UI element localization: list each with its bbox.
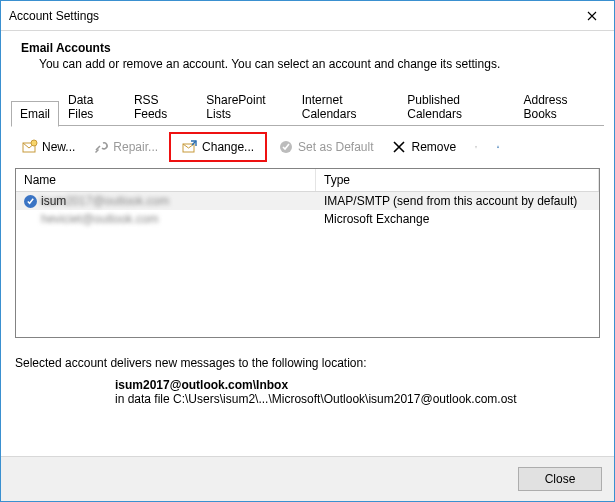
tab-rss-feeds[interactable]: RSS Feeds	[125, 87, 197, 126]
column-name[interactable]: Name	[16, 169, 316, 191]
account-name: heviciet@outlook.com	[41, 212, 159, 226]
account-row[interactable]: isumisum2017@outlook.com IMAP/SMTP (send…	[16, 192, 599, 210]
accounts-list: Name Type isumisum2017@outlook.com IMAP/…	[15, 168, 600, 338]
delivery-intro: Selected account delivers new messages t…	[15, 356, 600, 370]
tab-sharepoint-lists[interactable]: SharePoint Lists	[197, 87, 292, 126]
check-circle-icon	[278, 139, 294, 155]
repair-button: Repair...	[86, 135, 165, 159]
toolbar: New... Repair... Change... Set as Defaul…	[1, 126, 614, 168]
new-mail-icon	[22, 139, 38, 155]
change-button-highlight: Change...	[169, 132, 267, 162]
titlebar: Account Settings	[1, 1, 614, 31]
delivery-datafile: in data file C:\Users\isum2\...\Microsof…	[115, 392, 600, 406]
set-default-button: Set as Default	[271, 135, 380, 159]
delivery-mailbox: isum2017@outlook.com\Inbox	[115, 378, 600, 392]
remove-icon	[391, 139, 407, 155]
account-type: Microsoft Exchange	[316, 212, 599, 226]
close-button[interactable]: Close	[518, 467, 602, 491]
arrow-down-icon	[496, 139, 500, 155]
remove-button[interactable]: Remove	[384, 135, 463, 159]
header-description: You can add or remove an account. You ca…	[39, 57, 594, 71]
change-button[interactable]: Change...	[175, 135, 261, 159]
default-account-icon	[24, 195, 37, 208]
tab-email[interactable]: Email	[11, 101, 59, 127]
tabstrip: Email Data Files RSS Feeds SharePoint Li…	[1, 87, 614, 126]
header-heading: Email Accounts	[21, 41, 594, 55]
window-title: Account Settings	[9, 9, 570, 23]
account-row[interactable]: heviciet@outlook.com Microsoft Exchange	[16, 210, 599, 228]
account-settings-dialog: Account Settings Email Accounts You can …	[0, 0, 615, 502]
list-header: Name Type	[16, 169, 599, 192]
svg-point-1	[31, 140, 37, 146]
tab-address-books[interactable]: Address Books	[514, 87, 604, 126]
new-button[interactable]: New...	[15, 135, 82, 159]
window-close-button[interactable]	[570, 1, 614, 31]
footer: Close	[1, 456, 614, 501]
move-up-button	[467, 135, 485, 159]
tab-published-calendars[interactable]: Published Calendars	[398, 87, 514, 126]
change-icon	[182, 139, 198, 155]
tab-internet-calendars[interactable]: Internet Calendars	[293, 87, 399, 126]
move-down-button[interactable]	[489, 135, 507, 159]
header: Email Accounts You can add or remove an …	[1, 31, 614, 87]
list-body: isumisum2017@outlook.com IMAP/SMTP (send…	[16, 192, 599, 337]
delivery-info: Selected account delivers new messages t…	[1, 338, 614, 406]
account-type: IMAP/SMTP (send from this account by def…	[316, 194, 599, 208]
repair-icon	[93, 139, 109, 155]
close-icon	[587, 11, 597, 21]
column-type[interactable]: Type	[316, 169, 599, 191]
arrow-up-icon	[474, 139, 478, 155]
account-name: isumisum2017@outlook.com	[41, 194, 169, 208]
tab-data-files[interactable]: Data Files	[59, 87, 125, 126]
